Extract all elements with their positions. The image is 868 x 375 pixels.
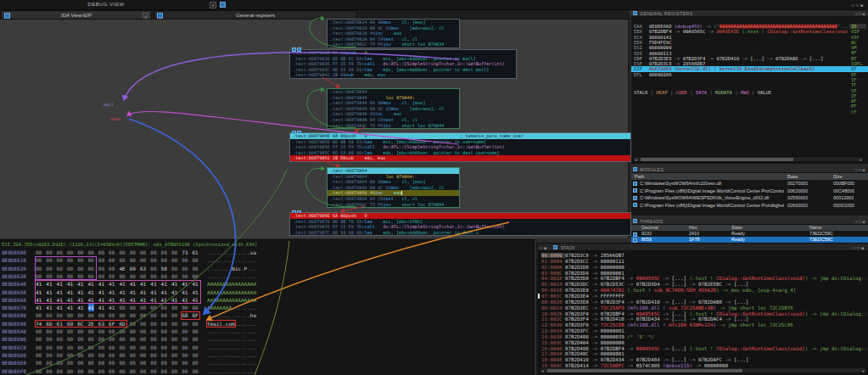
hex-byte[interactable]: 00 (109, 265, 115, 272)
hex-byte[interactable]: 00 (57, 335, 63, 343)
hex-byte[interactable]: 00 (171, 265, 177, 272)
legend-code[interactable]: CODE (676, 90, 687, 95)
stack-row[interactable]: 07:001C 07B2D3E4 -> FFFFFFFF (541, 294, 866, 299)
hex-byte[interactable]: 6F (109, 320, 115, 327)
hex-byte[interactable]: 00 (77, 249, 83, 256)
hex-byte[interactable]: 00 (46, 265, 52, 272)
hex-byte[interactable]: 41 (77, 296, 83, 304)
hex-byte[interactable]: 00 (182, 344, 188, 351)
hex-byte[interactable]: 00 (88, 249, 94, 256)
hex-byte[interactable]: 00 (119, 335, 125, 343)
hex-byte[interactable]: 41 (171, 296, 177, 304)
hex-byte[interactable]: 41 (57, 304, 63, 311)
scroll-left-icon[interactable]: ◂ (635, 157, 637, 162)
hex-byte[interactable]: 00 (119, 304, 125, 311)
hex-byte[interactable]: 41 (46, 288, 52, 296)
hex-byte[interactable]: 00 (130, 311, 136, 319)
column-size[interactable]: Size (833, 173, 843, 180)
hex-byte[interactable]: 2E (88, 320, 94, 327)
hex-byte[interactable]: 00 (150, 256, 156, 264)
hex-byte[interactable]: 00 (182, 359, 188, 367)
hex-byte[interactable]: 00 (171, 367, 177, 375)
hex-byte[interactable]: 41 (46, 280, 52, 288)
hex-byte[interactable]: 00 (193, 265, 199, 272)
asm-line[interactable]: .text:00879864 8A 08 movcl, [eax] (328, 179, 459, 185)
hex-byte[interactable]: 00 (46, 311, 52, 319)
hex-byte[interactable]: 41 (98, 304, 104, 311)
hex-byte[interactable]: 41 (46, 304, 52, 311)
hex-byte[interactable]: 00 (77, 265, 83, 272)
thread-row[interactable]: 92322410Ready73EDC59C (631, 231, 868, 237)
hex-byte[interactable]: 6D (119, 320, 125, 327)
scroll-right-icon[interactable]: ▸ (860, 157, 862, 162)
hex-byte[interactable]: 41 (88, 296, 94, 304)
hex-byte[interactable]: 00 (67, 256, 73, 264)
hex-byte[interactable]: 00 (140, 320, 146, 327)
hex-byte[interactable]: 00 (161, 304, 167, 311)
asm-line[interactable]: .text:0087982A 84 C9 testcl, cl (328, 36, 459, 42)
hex-byte[interactable]: 00 (193, 304, 199, 311)
hex-byte[interactable]: 41 (182, 296, 188, 304)
asm-line[interactable]: .text:0087986C 75 F6 jnzshort loc_879864 (328, 202, 459, 208)
hex-byte[interactable]: 41 (161, 288, 167, 296)
hex-byte[interactable]: 00 (150, 359, 156, 367)
disassembly-graph-panel[interactable]: .text:00879824 8A 08 movcl, [eax].text:0… (0, 20, 630, 238)
asm-line[interactable]: .text:00879870 8D 8B 78 03+ leaecx, [ebx… (290, 219, 630, 225)
hex-byte[interactable]: 41 (193, 280, 199, 288)
hex-byte[interactable]: 00 (171, 304, 177, 311)
hex-byte[interactable]: 00 (150, 344, 156, 351)
asm-line[interactable]: .text:00879836 FF 15 F8 7D+ callds:ATL::… (290, 61, 516, 67)
asm-line[interactable]: .text:00879844 (328, 89, 459, 95)
hex-byte[interactable]: 00 (140, 272, 146, 280)
hex-byte[interactable]: 00 (140, 367, 146, 375)
hex-byte[interactable]: 00 (150, 249, 156, 256)
stack-row[interactable]: 08:0020 07B2D3E8 -> 07B2D3F4 -> 07B2D410… (541, 299, 866, 305)
stack-row[interactable]: 00:0000 07B2D3C8 -> 28566DB7 (541, 253, 866, 259)
hex-byte[interactable]: 00 (130, 272, 136, 280)
hex-byte[interactable]: 00 (119, 367, 125, 375)
hex-byte[interactable]: 41 (161, 280, 167, 288)
hex-byte[interactable]: 00 (130, 351, 136, 359)
close-icon[interactable]: x (210, 2, 216, 8)
hex-byte[interactable]: 00 (46, 367, 52, 375)
hex-byte[interactable]: 41 (57, 296, 63, 304)
stack-row[interactable]: 01:0004 07B2D3CC -> 00000111 (541, 259, 866, 265)
hex-byte[interactable]: 63 (98, 320, 104, 327)
hex-byte[interactable]: 41 (57, 280, 63, 288)
hex-byte[interactable]: 6C (77, 320, 83, 327)
basic-block[interactable]: .text:00879824 8A 08 movcl, [eax].text:0… (327, 19, 460, 48)
hex-byte[interactable]: 00 (57, 256, 63, 264)
hex-row[interactable]: 0E0DE64041414141414141414141414141414141… (0, 280, 535, 288)
hex-byte[interactable]: 61 (193, 249, 199, 256)
hex-byte[interactable]: 00 (36, 359, 42, 367)
hex-byte[interactable]: 00 (171, 272, 177, 280)
hex-row[interactable]: 0E0DE6E000000000000000000000000000000000… (0, 359, 535, 367)
hex-byte[interactable]: 00 (193, 272, 199, 280)
hex-byte[interactable]: 00 (182, 304, 188, 311)
stack-row[interactable]: 17:0044 07B2D40C -> 00000001 (541, 351, 866, 357)
hex-row[interactable]: 0E0DE6D000000000000000000000000000000000… (0, 351, 535, 359)
hex-byte[interactable]: 41 (109, 304, 115, 311)
hex-row[interactable]: 0E0DE66041414141414141414141414141414141… (0, 296, 535, 304)
modules-column-header[interactable]: Path Base Size (631, 173, 868, 180)
hex-byte[interactable]: 00 (119, 256, 125, 264)
asm-line[interactable]: .text:00879876 FF 15 F8 7D+ callds:ATL::… (290, 224, 630, 230)
hex-byte[interactable]: 73 (182, 249, 188, 256)
hex-byte[interactable]: 41 (182, 280, 188, 288)
asm-line[interactable]: .text:0087986A 84 C9 testcl, cl (328, 196, 459, 202)
hex-byte[interactable]: 00 (150, 351, 156, 359)
hex-byte[interactable]: 00 (57, 327, 63, 335)
asm-line[interactable]: .text:0087984C 75 F6 jnzshort loc_879844 (328, 123, 459, 129)
hex-byte[interactable]: 00 (119, 327, 125, 335)
asm-line[interactable]: .text:00879829 40 inceax (328, 31, 459, 36)
asm-line[interactable]: .text:00879846 88 0C 02 mov[edx+eax], cl (328, 106, 459, 112)
column-state[interactable]: State (731, 225, 742, 231)
hex-byte[interactable]: 00 (109, 335, 115, 343)
hex-byte[interactable]: 00 (193, 351, 199, 359)
asm-line[interactable]: .text:00879842 2B D8 subedx, eax (290, 72, 516, 78)
threads-panel-header[interactable]: THREADS □□■ (631, 218, 868, 225)
hex-byte[interactable]: 00 (109, 367, 115, 375)
hex-row[interactable]: 0E0DE6B000000000000000000000000000000000… (0, 335, 535, 343)
stack-row[interactable]: 05:0014 07B2D3DC -> 07B2D53C -> 07B2D5D4… (541, 282, 866, 288)
asm-line[interactable]: .text:00879862 2B D8 subedx, eax (290, 155, 630, 161)
